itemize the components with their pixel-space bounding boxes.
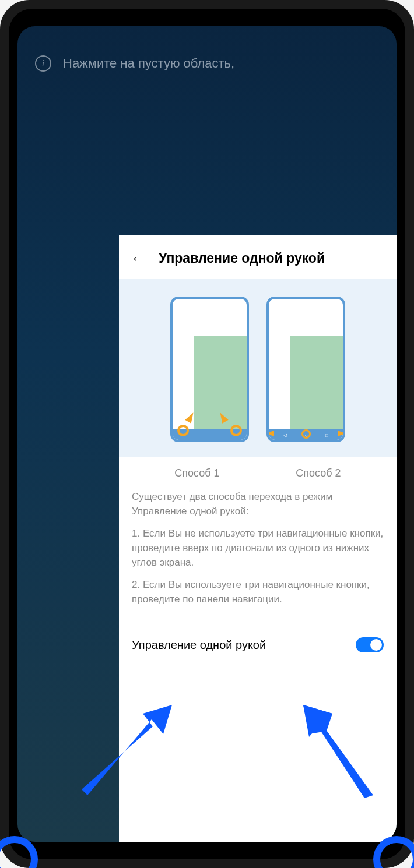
description: Существует два способа перехода в режим … xyxy=(119,486,397,618)
hint-text: Нажмите на пустую область, xyxy=(63,56,234,71)
info-icon: i xyxy=(35,55,51,72)
phone-frame: i Нажмите на пустую область, ← Управлени… xyxy=(0,0,414,868)
one-hand-toggle[interactable] xyxy=(356,637,384,652)
panel-header: ← Управление одной рукой xyxy=(119,235,397,279)
phone-inner: i Нажмите на пустую область, ← Управлени… xyxy=(9,9,405,859)
phone-screen[interactable]: i Нажмите на пустую область, ← Управлени… xyxy=(17,26,397,842)
toggle-label: Управление одной рукой xyxy=(132,638,266,652)
hint-bar: i Нажмите на пустую область, xyxy=(17,26,397,83)
swipe-right-arrow-icon xyxy=(338,431,345,436)
method-labels: Способ 1 Способ 2 xyxy=(119,457,397,486)
touch-indicator-icon xyxy=(177,425,189,436)
nav-back-icon: ◁ xyxy=(283,433,287,438)
step-1-text: 1. Если Вы не используете три навигацион… xyxy=(132,527,384,570)
swipe-left-arrow-icon xyxy=(266,431,274,436)
tutorial-arrow-right-icon xyxy=(297,702,379,801)
method-2-label: Способ 2 xyxy=(296,467,341,479)
illustration-area: ◁ ○ □ xyxy=(119,279,397,457)
step-2-text: 2. Если Вы используете три навигационные… xyxy=(132,578,384,606)
demo-inner-screen xyxy=(290,336,343,429)
touch-indicator-icon xyxy=(230,425,242,436)
panel-title: Управление одной рукой xyxy=(159,250,325,266)
back-arrow-icon[interactable]: ← xyxy=(131,249,146,267)
method-1-label: Способ 1 xyxy=(174,467,219,479)
demo-method-2: ◁ ○ □ xyxy=(266,297,345,442)
tutorial-arrow-left-icon xyxy=(82,702,175,801)
intro-text: Существует два способа перехода в режим … xyxy=(132,490,384,518)
demo-method-1 xyxy=(170,297,249,442)
touch-indicator-icon xyxy=(301,429,311,439)
nav-recent-icon: □ xyxy=(325,433,328,438)
toggle-row: Управление одной рукой xyxy=(119,623,397,667)
